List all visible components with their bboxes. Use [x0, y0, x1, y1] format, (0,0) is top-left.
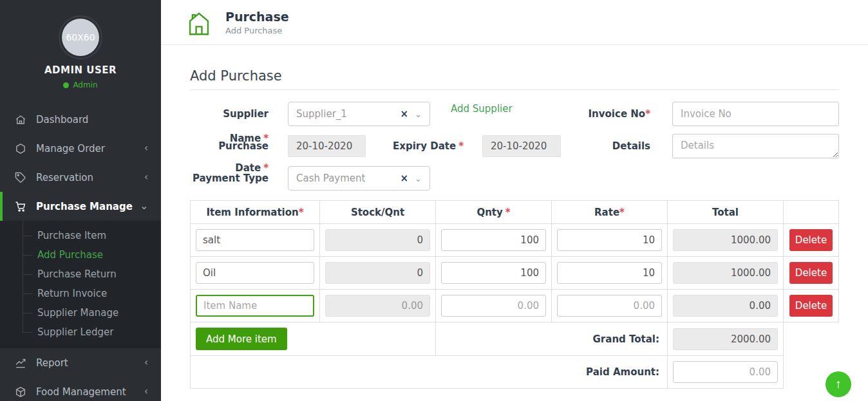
col-qnty: Qnty*	[436, 201, 552, 224]
sidebar-item-label: Report	[36, 357, 68, 369]
sidebar-item-label: Dashboard	[36, 114, 88, 126]
invoice-no-label: Invoice No*	[554, 102, 650, 126]
submenu-item-purchase-item[interactable]: Purchase Item	[0, 226, 161, 245]
table-row: Delete	[191, 257, 839, 290]
table-row-new: Delete	[191, 290, 839, 322]
grand-total-input	[673, 328, 778, 350]
sidebar-item-label: Reservation	[36, 172, 93, 183]
item-name-input[interactable]	[196, 229, 314, 251]
home-icon	[14, 114, 27, 126]
submenu-item-supplier-manage[interactable]: Supplier Manage	[0, 303, 161, 322]
delete-row-button[interactable]: Delete	[789, 295, 833, 317]
paid-amount-label: Paid Amount:	[191, 356, 668, 389]
supplier-select-value: Supplier_1	[296, 108, 347, 120]
chevron-down-icon: ⌄	[140, 201, 148, 211]
expiry-date-label: Expiry Date*	[386, 135, 464, 157]
stock-qnt-input	[325, 229, 430, 251]
sidebar-item-food-management[interactable]: Food Management ‹	[0, 377, 161, 401]
arrow-up-icon: ↑	[835, 377, 842, 391]
add-more-item-button[interactable]: Add More item	[196, 328, 287, 350]
divider	[190, 89, 839, 90]
item-name-input[interactable]	[196, 295, 314, 317]
qnty-input[interactable]	[441, 229, 546, 251]
chevron-down-icon[interactable]: ⌄	[415, 109, 422, 119]
sidebar-item-manage-order[interactable]: Manage Order ‹	[0, 134, 161, 163]
details-label: Details	[554, 134, 650, 158]
avatar: 60X60	[62, 19, 99, 56]
sidebar-item-label: Food Management	[36, 386, 126, 398]
page-title: Purchase	[225, 10, 289, 24]
chart-icon	[14, 357, 27, 369]
total-input	[673, 295, 778, 317]
paid-amount-input[interactable]	[673, 361, 778, 383]
table-header-row: Item Information* Stock/Qnt Qnty* Rate* …	[191, 201, 839, 224]
clear-icon[interactable]: ×	[401, 173, 409, 184]
sidebar: 60X60 ADMIN USER Admin Dashboard Manage …	[0, 0, 161, 401]
rate-input[interactable]	[557, 295, 662, 317]
avatar-ring: 60X60	[59, 15, 102, 59]
sidebar-nav: Dashboard Manage Order ‹ Reservation ‹	[0, 105, 161, 401]
grand-total-row: Add More item Grand Total:	[191, 322, 839, 356]
total-input	[673, 229, 778, 251]
sidebar-item-report[interactable]: Report ‹	[0, 348, 161, 377]
add-purchase-page: Add Purchase Supplier Name* Supplier_1 ×…	[161, 45, 868, 401]
sidebar-item-reservation[interactable]: Reservation ‹	[0, 163, 161, 192]
col-rate: Rate*	[552, 201, 668, 224]
purchase-manage-submenu: Purchase Item Add Purchase Purchase Retu…	[0, 221, 161, 348]
chevron-left-icon: ‹	[144, 387, 148, 396]
purchase-date-input[interactable]	[288, 135, 366, 157]
page-subtitle: Add Purchase	[225, 26, 289, 35]
chevron-left-icon: ‹	[144, 144, 148, 153]
sidebar-item-label: Purchase Manage	[36, 201, 133, 212]
chevron-left-icon: ‹	[144, 358, 148, 368]
purchase-items-table: Item Information* Stock/Qnt Qnty* Rate* …	[190, 200, 839, 389]
sidebar-item-dashboard[interactable]: Dashboard	[0, 105, 161, 134]
submenu-item-purchase-return[interactable]: Purchase Return	[0, 265, 161, 284]
delete-row-button[interactable]: Delete	[789, 262, 833, 284]
box-icon	[14, 386, 27, 398]
submenu-item-supplier-ledger[interactable]: Supplier Ledger	[0, 322, 161, 342]
hexagon-icon	[14, 143, 27, 154]
user-role-label: Admin	[73, 80, 97, 89]
payment-type-label: Payment Type	[185, 166, 269, 191]
chevron-down-icon[interactable]: ⌄	[415, 174, 422, 183]
total-input	[673, 262, 778, 284]
user-profile: 60X60 ADMIN USER Admin	[0, 15, 161, 89]
rate-input[interactable]	[557, 262, 662, 284]
tag-icon	[14, 172, 27, 183]
paid-amount-row: Paid Amount:	[191, 356, 839, 389]
col-item-information: Item Information*	[191, 201, 320, 224]
required-mark: *	[458, 140, 464, 152]
scroll-to-top-button[interactable]: ↑	[826, 371, 851, 397]
required-mark: *	[645, 108, 650, 120]
expiry-date-input[interactable]	[482, 135, 561, 157]
details-textarea[interactable]	[672, 134, 839, 158]
invoice-no-input[interactable]	[672, 102, 839, 126]
rate-input[interactable]	[557, 229, 662, 251]
section-heading: Add Purchase	[190, 68, 282, 84]
topbar-titles: Purchase Add Purchase	[225, 10, 289, 35]
clear-icon[interactable]: ×	[401, 108, 409, 120]
payment-type-value: Cash Payment	[296, 173, 365, 184]
add-supplier-link[interactable]: Add Supplier	[451, 103, 513, 115]
supplier-select[interactable]: Supplier_1 × ⌄	[288, 102, 430, 126]
home-breadcrumb-icon	[187, 8, 211, 37]
qnty-input[interactable]	[441, 295, 546, 317]
submenu-item-return-invoice[interactable]: Return Invoice	[0, 284, 161, 303]
app-window: 60X60 ADMIN USER Admin Dashboard Manage …	[0, 0, 868, 401]
col-stock-qnt: Stock/Qnt	[320, 201, 436, 224]
stock-qnt-input	[325, 295, 430, 317]
cart-icon	[14, 201, 27, 212]
required-mark: *	[299, 207, 304, 218]
stock-qnt-input	[325, 262, 430, 284]
sidebar-item-purchase-manage[interactable]: Purchase Manage ⌄	[0, 192, 161, 221]
col-actions	[784, 201, 839, 224]
topbar: Purchase Add Purchase	[161, 0, 868, 45]
item-name-input[interactable]	[196, 262, 314, 284]
online-status-icon	[63, 82, 69, 88]
payment-type-select[interactable]: Cash Payment × ⌄	[288, 166, 430, 191]
chevron-left-icon: ‹	[144, 173, 148, 182]
submenu-item-add-purchase[interactable]: Add Purchase	[0, 245, 161, 265]
delete-row-button[interactable]: Delete	[789, 229, 833, 251]
qnty-input[interactable]	[441, 262, 546, 284]
